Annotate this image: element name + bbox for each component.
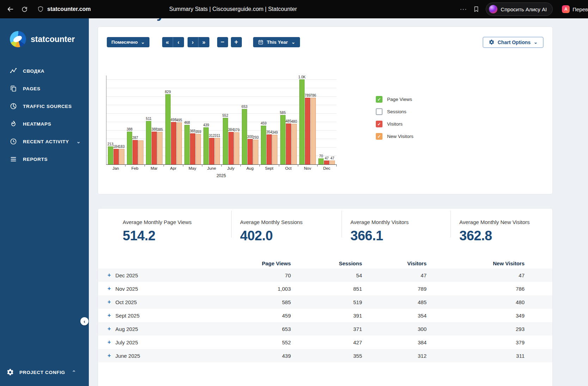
expand-month-cell[interactable]: +Dec 2025 xyxy=(98,272,221,278)
sidebar-item-traffic-sources[interactable]: TRAFFIC SOURCES xyxy=(0,97,89,115)
next-period-button[interactable]: › xyxy=(188,37,198,47)
zoom-in-button[interactable]: + xyxy=(231,37,242,47)
browser-reload-button[interactable] xyxy=(18,3,30,15)
table-cell-page_views: 585 xyxy=(221,299,291,305)
expand-plus-icon[interactable]: + xyxy=(108,326,111,332)
table-cell-new_visitors: 379 xyxy=(427,339,525,345)
bar-visitors[interactable]: 287 xyxy=(133,140,138,164)
bar-new-visitors[interactable]: 311 xyxy=(215,138,220,164)
bar-visitors[interactable]: 789 xyxy=(305,98,310,164)
bar-new-visitors[interactable] xyxy=(138,140,143,164)
table-row[interactable]: +Sept 2025459391354349 xyxy=(98,309,552,322)
bar-page-views[interactable]: 829 xyxy=(165,94,171,164)
expand-plus-icon[interactable]: + xyxy=(108,285,111,292)
bar-page-views[interactable]: 511 xyxy=(146,121,151,164)
expand-month-cell[interactable]: +Nov 2025 xyxy=(98,285,221,292)
bar-visitors[interactable]: 384 xyxy=(228,132,234,164)
checked-checkbox-icon[interactable]: ✓ xyxy=(376,133,382,140)
bar-new-visitors[interactable]: 293 xyxy=(253,140,258,164)
sidebar-collapse-button[interactable]: ‹ xyxy=(80,317,88,325)
bar-visitors[interactable]: 354 xyxy=(267,134,272,164)
sidebar-item-heatmaps[interactable]: HEATMAPS xyxy=(0,115,89,133)
project-config-button[interactable]: PROJECT CONFIG ⌃ xyxy=(0,368,76,376)
brand-name: statcounter xyxy=(31,35,75,44)
first-period-button[interactable]: « xyxy=(162,37,173,47)
bar-new-visitors[interactable]: 495 xyxy=(177,122,182,164)
expand-plus-icon[interactable]: + xyxy=(108,312,111,319)
table-row[interactable]: +Aug 2025653371300293 xyxy=(98,322,552,336)
sidebar-item-recent-activity[interactable]: RECENT ACTIVITY ⌄ xyxy=(0,133,89,150)
bar-group-may: 468365359 xyxy=(183,76,202,164)
bar-page-views[interactable]: 585 xyxy=(280,115,286,164)
bar-new-visitors[interactable]: 47 xyxy=(330,161,335,164)
bar-visitors[interactable]: 300 xyxy=(247,139,253,164)
bar-page-views[interactable]: 552 xyxy=(223,118,228,164)
table-row[interactable]: +Oct 2025585519485480 xyxy=(98,295,552,309)
expand-month-cell[interactable]: +Sept 2025 xyxy=(98,312,221,319)
granularity-dropdown[interactable]: Помесячно ⌄ xyxy=(107,37,149,47)
table-cell-visitors: 485 xyxy=(362,299,427,305)
address-bar[interactable]: statcounter.com xyxy=(37,6,91,12)
chart-options-button[interactable]: Chart Options ⌄ xyxy=(483,37,544,48)
unchecked-checkbox-icon[interactable] xyxy=(376,108,382,115)
bookmark-button[interactable] xyxy=(472,5,481,14)
bar-page-views[interactable]: 70 xyxy=(318,158,324,164)
checked-checkbox-icon[interactable]: ✓ xyxy=(376,96,382,103)
table-row[interactable]: +Nov 20251,003851789786 xyxy=(98,282,552,295)
bar-new-visitors[interactable]: 349 xyxy=(272,135,277,164)
bar-new-visitors[interactable]: 183 xyxy=(119,149,124,164)
expand-plus-icon[interactable]: + xyxy=(108,272,111,278)
legend-item-page-views[interactable]: ✓Page Views xyxy=(376,96,414,103)
sidebar-item-pages[interactable]: PAGES xyxy=(0,80,89,97)
sidebar-item-reports[interactable]: REPORTS xyxy=(0,150,89,168)
bar-new-visitors[interactable]: 480 xyxy=(292,124,297,164)
expand-month-cell[interactable]: +June 2025 xyxy=(98,352,221,359)
expand-month-cell[interactable]: +Oct 2025 xyxy=(98,299,221,305)
checked-checkbox-icon[interactable]: ✓ xyxy=(376,121,382,127)
bar-group-dec: 704747 xyxy=(317,76,336,164)
expand-month-cell[interactable]: +Aug 2025 xyxy=(98,326,221,332)
legend-item-sessions[interactable]: Sessions xyxy=(376,108,414,115)
statcounter-logo[interactable]: statcounter xyxy=(0,18,89,47)
browser-menu-dots[interactable]: ⋯ xyxy=(460,5,467,13)
sidebar-item-summary[interactable]: СВОДКА xyxy=(0,62,89,80)
bar-new-visitors[interactable]: 385 xyxy=(157,132,163,164)
zoom-out-button[interactable]: − xyxy=(217,37,228,47)
browser-back-button[interactable] xyxy=(4,3,16,15)
table-row[interactable]: +July 2025552427384379 xyxy=(98,336,552,349)
bar-visitors[interactable]: 388 xyxy=(152,132,157,164)
bar-visitors[interactable]: 498 xyxy=(171,122,176,164)
ask-alice-button[interactable]: Спросить Алису AI xyxy=(486,2,553,16)
bar-page-views[interactable]: 439 xyxy=(203,127,209,164)
last-period-button[interactable]: » xyxy=(198,37,209,47)
bar-value-label: 511 xyxy=(146,117,152,121)
bar-value-label: 47 xyxy=(330,156,334,160)
page-title: Summary xyxy=(100,18,164,21)
bar-page-views[interactable]: 459 xyxy=(261,126,266,164)
bar-page-views[interactable]: 653 xyxy=(242,109,247,164)
expand-plus-icon[interactable]: + xyxy=(108,352,111,359)
bar-new-visitors[interactable]: 786 xyxy=(311,98,316,164)
table-row[interactable]: +June 2025439355312311 xyxy=(98,349,552,362)
date-range-button[interactable]: This Year ⌄ xyxy=(253,37,300,47)
bar-value-label: 495 xyxy=(176,118,182,122)
bar-visitors[interactable]: 485 xyxy=(286,123,291,164)
table-row[interactable]: +Dec 202570544747 xyxy=(98,269,552,282)
expand-plus-icon[interactable]: + xyxy=(108,339,111,345)
bar-page-views[interactable]: 468 xyxy=(184,125,190,164)
prev-period-button[interactable]: ‹ xyxy=(173,37,184,47)
bar-page-views[interactable]: 1.0K xyxy=(299,79,305,164)
expand-plus-icon[interactable]: + xyxy=(108,299,111,305)
expand-month-cell[interactable]: +July 2025 xyxy=(98,339,221,345)
bar-visitors[interactable]: 47 xyxy=(324,161,329,164)
bar-new-visitors[interactable]: 359 xyxy=(196,134,201,164)
legend-item-new-visitors[interactable]: ✓New Visitors xyxy=(376,133,414,140)
bar-new-visitors[interactable]: 379 xyxy=(234,132,239,164)
bar-visitors[interactable]: 312 xyxy=(209,138,214,164)
bar-page-views[interactable]: 388 xyxy=(127,132,132,164)
legend-item-visitors[interactable]: ✓Visitors xyxy=(376,121,414,127)
bar-visitors[interactable]: 184 xyxy=(114,149,119,164)
bar-page-views[interactable]: 213 xyxy=(108,146,113,164)
bar-visitors[interactable]: 365 xyxy=(190,133,195,164)
translate-button[interactable]: А Перев xyxy=(558,2,588,16)
